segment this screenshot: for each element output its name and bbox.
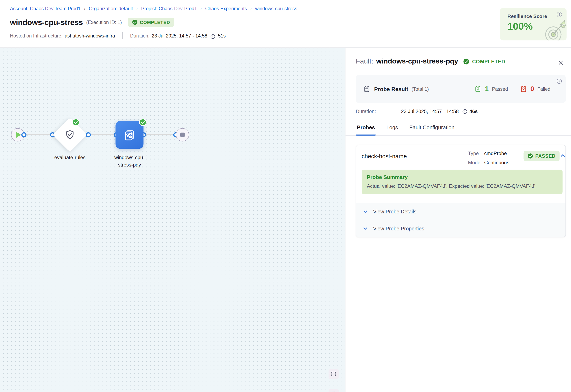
collapse-probe-button[interactable] (559, 152, 566, 158)
breadcrumb-separator: › (200, 6, 202, 12)
clipboard-icon (363, 85, 370, 93)
passed-label: Passed (492, 86, 508, 92)
view-probe-details-toggle[interactable]: View Probe Details (356, 203, 565, 220)
view-probe-properties-toggle[interactable]: View Probe Properties (356, 220, 565, 237)
probe-result-total: (Total 1) (411, 86, 429, 92)
close-icon (558, 59, 564, 66)
probe-result-card: Probe Result (Total 1) 1 Passed (356, 75, 566, 103)
probe-card: check-host-name Type cmdProbe Mode Conti… (356, 145, 566, 237)
fault-details-panel: Fault: windows-cpu-stress-pqy COMPLETED (345, 48, 571, 392)
duration-label: Duration: (130, 33, 150, 39)
tab-probes[interactable]: Probes (356, 122, 376, 136)
execution-id: (Execution ID: 1) (86, 19, 122, 25)
fault-name: windows-cpu-stress-pqy (376, 57, 458, 65)
failed-count: 0 (530, 85, 534, 93)
probe-result-title: Probe Result (374, 86, 408, 92)
fullscreen-icon (331, 371, 337, 377)
experiment-status-badge: COMPLETED (128, 18, 174, 27)
probe-type-value: cmdProbe (484, 149, 507, 158)
check-circle-icon (463, 58, 469, 64)
node-evaluate-rules[interactable] (53, 118, 87, 152)
probe-summary-text: Actual value: 'EC2AMAZ-QMVAF4J'. Expecte… (367, 183, 557, 189)
page-header: Account: Chaos Dev Team Prod1 › Organiza… (0, 0, 571, 48)
breadcrumb-chaos-experiments[interactable]: Chaos Experiments (205, 6, 247, 12)
hosted-on-label: Hosted on Infrastructure: (10, 33, 62, 39)
connector-line (88, 134, 116, 135)
fault-elapsed-time: 46s (469, 109, 478, 114)
fault-docs-icon (123, 128, 136, 141)
marquee-select-icon (331, 391, 337, 392)
fault-status-badge: COMPLETED (463, 58, 505, 64)
check-circle-icon (527, 153, 533, 159)
fullscreen-button[interactable] (329, 369, 339, 379)
resilience-score-card: Resilience Score 100% (500, 8, 567, 40)
probe-summary-box: Probe Summary Actual value: 'EC2AMAZ-QMV… (361, 170, 562, 194)
clock-icon (462, 109, 468, 114)
play-icon (16, 132, 21, 138)
breadcrumb: Account: Chaos Dev Team Prod1 › Organiza… (10, 6, 571, 12)
breadcrumb-separator: › (136, 6, 138, 12)
pipeline-canvas[interactable]: evaluate-rules windows-cpu-stress-pqy (0, 48, 345, 392)
probe-mode-value: Continuous (484, 158, 510, 167)
tab-logs[interactable]: Logs (386, 122, 399, 136)
breadcrumb-account[interactable]: Account: Chaos Dev Team Prod1 (10, 6, 80, 12)
chevron-down-icon (362, 209, 368, 215)
success-badge-icon (72, 119, 80, 126)
page-title: windows-cpu-stress (10, 18, 83, 27)
passed-count: 1 (485, 85, 489, 93)
connector-line (144, 134, 176, 135)
probe-card-footer: View Probe Details View Probe Properties (356, 203, 565, 237)
end-node[interactable] (176, 128, 189, 141)
panel-tabs: Probes Logs Fault Configuration (346, 122, 571, 136)
app-root: Account: Chaos Dev Team Prod1 › Organiza… (0, 0, 571, 392)
connector-port (86, 132, 91, 138)
clipboard-x-icon (520, 85, 527, 93)
chevron-down-icon (362, 225, 368, 231)
shield-check-icon (64, 129, 75, 140)
breadcrumb-separator: › (250, 6, 252, 12)
canvas-controls: + − (329, 369, 339, 392)
tab-fault-configuration[interactable]: Fault Configuration (408, 122, 455, 136)
probe-type-label: Type (468, 149, 484, 158)
failed-label: Failed (537, 86, 551, 92)
target-illustration (541, 19, 567, 40)
probe-summary-title: Probe Summary (367, 174, 557, 180)
node-label-windows-cpu-stress-pqy: windows-cpu-stress-pqy (113, 154, 147, 169)
selection-mode-button[interactable] (329, 389, 339, 392)
stop-icon (180, 133, 185, 137)
breadcrumb-separator: › (84, 6, 86, 12)
node-label-evaluate-rules: evaluate-rules (48, 154, 92, 161)
elapsed-time: 51s (218, 33, 226, 39)
fault-duration-label: Duration: (356, 109, 401, 114)
infrastructure-name: ashutosh-windows-infra (65, 33, 115, 39)
probe-name: check-host-name (361, 153, 407, 160)
info-icon[interactable] (556, 12, 562, 18)
divider (122, 32, 123, 39)
close-panel-button[interactable] (556, 58, 565, 67)
fault-label: Fault: (356, 57, 373, 65)
info-icon[interactable] (556, 78, 562, 84)
connector-port (21, 132, 27, 138)
clipboard-check-icon (474, 85, 482, 93)
breadcrumb-current[interactable]: windows-cpu-stress (255, 6, 297, 12)
breadcrumb-project[interactable]: Project: Chaos-Dev-Prod1 (141, 6, 197, 12)
probe-mode-label: Mode (468, 158, 484, 167)
connector-line (24, 134, 53, 135)
check-circle-icon (132, 19, 138, 25)
clock-icon (210, 34, 216, 39)
success-badge-icon (139, 119, 147, 126)
chevron-up-icon (559, 152, 566, 158)
duration-value: 23 Jul 2025, 14:57 - 14:58 (152, 33, 207, 39)
probe-status-badge: PASSED (524, 151, 560, 161)
fault-duration-value: 23 Jul 2025, 14:57 - 14:58 (401, 109, 459, 114)
breadcrumb-organization[interactable]: Organization: default (89, 6, 133, 12)
